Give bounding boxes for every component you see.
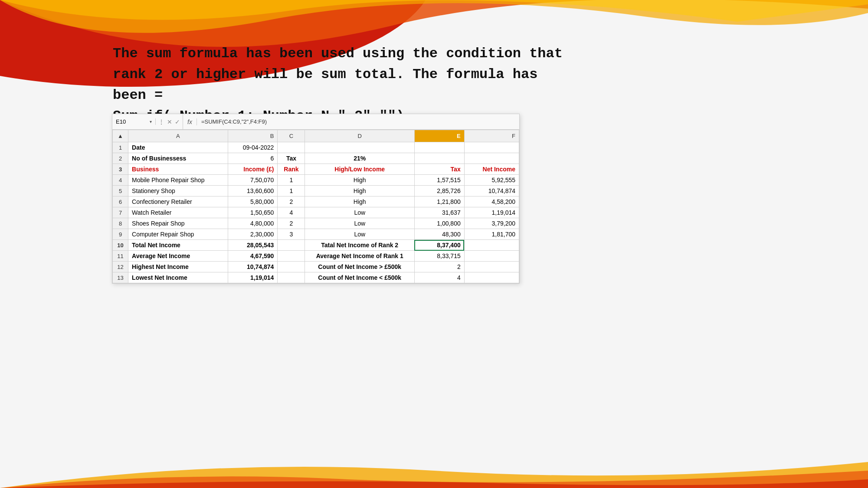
row-num: 11 (113, 251, 128, 262)
cell-C12[interactable] (278, 262, 305, 272)
row-num: 5 (113, 186, 128, 197)
cell-D1[interactable] (305, 142, 414, 153)
spreadsheet: E10 ▾ ⋮ ✕ ✓ fx =SUMIF(C4:C9,"2",F4:F9) ▲… (112, 114, 520, 284)
cell-E5[interactable]: 2,85,726 (414, 186, 464, 197)
cell-F9[interactable]: 1,81,700 (464, 229, 519, 240)
cell-F12[interactable] (464, 262, 519, 272)
cell-E11[interactable]: 8,33,715 (414, 251, 464, 262)
cell-B9[interactable]: 2,30,000 (228, 229, 278, 240)
cell-E6[interactable]: 1,21,800 (414, 197, 464, 207)
cell-B5[interactable]: 13,60,600 (228, 186, 278, 197)
cell-B2[interactable]: 6 (228, 153, 278, 164)
cell-C13[interactable] (278, 272, 305, 283)
cell-C5[interactable]: 1 (278, 186, 305, 197)
cell-F5[interactable]: 10,74,874 (464, 186, 519, 197)
cell-C10[interactable] (278, 240, 305, 251)
spreadsheet-table: ▲ A B C D E F 1 Date 09-04-2022 (112, 130, 519, 283)
row-num: 12 (113, 262, 128, 272)
cell-F1[interactable] (464, 142, 519, 153)
cell-A10[interactable]: Total Net Income (128, 240, 228, 251)
cell-D2[interactable]: 21% (305, 153, 414, 164)
cell-B6[interactable]: 5,80,000 (228, 197, 278, 207)
col-header-C: C (278, 130, 305, 142)
confirm-icon[interactable]: ✓ (175, 118, 180, 125)
cell-F7[interactable]: 1,19,014 (464, 207, 519, 218)
cell-B12[interactable]: 10,74,874 (228, 262, 278, 272)
cell-C9[interactable]: 3 (278, 229, 305, 240)
cell-B4[interactable]: 7,50,070 (228, 175, 278, 186)
cell-D6[interactable]: High (305, 197, 414, 207)
cell-D4[interactable]: High (305, 175, 414, 186)
cell-D7[interactable]: Low (305, 207, 414, 218)
cell-E4[interactable]: 1,57,515 (414, 175, 464, 186)
cell-D5[interactable]: High (305, 186, 414, 197)
row-num: 10 (113, 240, 128, 251)
table-row: 5 Stationery Shop 13,60,600 1 High 2,85,… (113, 186, 519, 197)
cell-F4[interactable]: 5,92,555 (464, 175, 519, 186)
cell-reference[interactable]: E10 ▾ (112, 118, 156, 125)
cell-D12[interactable]: Count of Net Income > £500k (305, 262, 414, 272)
cell-A2[interactable]: No of Businessess (128, 153, 228, 164)
cell-C3[interactable]: Rank (278, 164, 305, 175)
cell-F10[interactable] (464, 240, 519, 251)
formula-input[interactable]: =SUMIF(C4:C9,"2",F4:F9) (197, 118, 519, 125)
cell-C7[interactable]: 4 (278, 207, 305, 218)
cell-A9[interactable]: Computer Repair Shop (128, 229, 228, 240)
cell-D9[interactable]: Low (305, 229, 414, 240)
cell-F13[interactable] (464, 272, 519, 283)
cell-C8[interactable]: 2 (278, 218, 305, 229)
cell-E9[interactable]: 48,300 (414, 229, 464, 240)
table-row: 13 Lowest Net Income 1,19,014 Count of N… (113, 272, 519, 283)
cell-A13[interactable]: Lowest Net Income (128, 272, 228, 283)
cell-C2[interactable]: Tax (278, 153, 305, 164)
formula-bar-icons: ⋮ ✕ ✓ (156, 114, 183, 129)
cell-F2[interactable] (464, 153, 519, 164)
cell-C6[interactable]: 2 (278, 197, 305, 207)
cell-A7[interactable]: Watch Retailer (128, 207, 228, 218)
cell-E7[interactable]: 31,637 (414, 207, 464, 218)
cell-C11[interactable] (278, 251, 305, 262)
cell-A4[interactable]: Mobile Phone Repair Shop (128, 175, 228, 186)
col-header-A: A (128, 130, 228, 142)
cell-E3[interactable]: Tax (414, 164, 464, 175)
row-num: 7 (113, 207, 128, 218)
cancel-icon[interactable]: ✕ (167, 118, 172, 125)
cell-D3[interactable]: High/Low Income (305, 164, 414, 175)
cell-E1[interactable] (414, 142, 464, 153)
cell-A12[interactable]: Highest Net Income (128, 262, 228, 272)
row-num: 9 (113, 229, 128, 240)
table-row: 8 Shoes Repair Shop 4,80,000 2 Low 1,00,… (113, 218, 519, 229)
cell-A6[interactable]: Confectionery Retailer (128, 197, 228, 207)
cell-B1[interactable]: 09-04-2022 (228, 142, 278, 153)
cell-F3[interactable]: Net Income (464, 164, 519, 175)
row-num: 6 (113, 197, 128, 207)
cell-A8[interactable]: Shoes Repair Shop (128, 218, 228, 229)
formula-bar: E10 ▾ ⋮ ✕ ✓ fx =SUMIF(C4:C9,"2",F4:F9) (112, 114, 519, 130)
cell-B11[interactable]: 4,67,590 (228, 251, 278, 262)
cell-B3[interactable]: Income (£) (228, 164, 278, 175)
table-row: 9 Computer Repair Shop 2,30,000 3 Low 48… (113, 229, 519, 240)
cell-E12[interactable]: 2 (414, 262, 464, 272)
cell-B13[interactable]: 1,19,014 (228, 272, 278, 283)
cell-A11[interactable]: Average Net Income (128, 251, 228, 262)
table-row: 7 Watch Retailer 1,50,650 4 Low 31,637 1… (113, 207, 519, 218)
cell-F6[interactable]: 4,58,200 (464, 197, 519, 207)
cell-A5[interactable]: Stationery Shop (128, 186, 228, 197)
cell-B8[interactable]: 4,80,000 (228, 218, 278, 229)
cell-E8[interactable]: 1,00,800 (414, 218, 464, 229)
cell-A1[interactable]: Date (128, 142, 228, 153)
cell-D8[interactable]: Low (305, 218, 414, 229)
cell-D10[interactable]: Tatal Net Income of Rank 2 (305, 240, 414, 251)
cell-C1[interactable] (278, 142, 305, 153)
cell-B7[interactable]: 1,50,650 (228, 207, 278, 218)
cell-F11[interactable] (464, 251, 519, 262)
cell-F8[interactable]: 3,79,200 (464, 218, 519, 229)
cell-D11[interactable]: Average Net Income of Rank 1 (305, 251, 414, 262)
cell-A3[interactable]: Business (128, 164, 228, 175)
cell-E2[interactable] (414, 153, 464, 164)
cell-E13[interactable]: 4 (414, 272, 464, 283)
cell-C4[interactable]: 1 (278, 175, 305, 186)
cell-E10[interactable]: 8,37,400 (414, 240, 464, 251)
cell-D13[interactable]: Count of Net Income < £500k (305, 272, 414, 283)
cell-B10[interactable]: 28,05,543 (228, 240, 278, 251)
